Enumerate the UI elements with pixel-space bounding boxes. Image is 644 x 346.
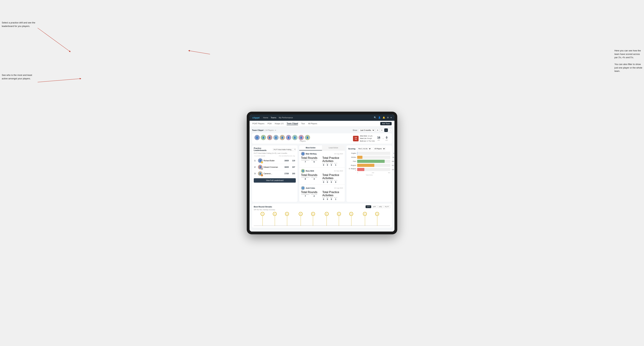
streak-pin-line (339, 216, 339, 226)
subnav-all-players[interactable]: All Players (308, 123, 317, 125)
activity-tabs: Most Active Least Active (299, 145, 345, 151)
scoring-filter-dropdown[interactable]: Par 3, 4 & 5s (357, 147, 371, 150)
nav-teams[interactable]: Teams (271, 117, 276, 119)
pa-app-1: 0 (326, 164, 329, 166)
grid-large-icon[interactable]: ⊞ (376, 128, 380, 132)
bar-label: Bogeys (348, 165, 356, 166)
scoring-card: Scoring Par 3, 4 & 5s All Players Eagles… (346, 145, 392, 202)
players-col: 👤 👤 👤 👤 👤 👤 👤 👤 👤 Players (254, 135, 351, 142)
pa-ott-3: 0 (322, 198, 325, 200)
streaks-filter-arg[interactable]: ARG (378, 205, 384, 208)
streak-pin-line (351, 216, 352, 226)
search-icon[interactable]: 🔍 (374, 116, 376, 119)
subnav-team-clippd[interactable]: Team Clippd (287, 122, 298, 125)
streak-pin-circle: 4x (325, 212, 329, 216)
user-icon[interactable]: ▾ (390, 116, 392, 119)
people-icon[interactable]: 👤 (378, 116, 381, 119)
pa-arg-1: 0 (330, 164, 333, 166)
streak-pin-line (287, 216, 287, 226)
tab-least-active[interactable]: Least Active (322, 145, 345, 151)
bar-fill (357, 156, 362, 159)
players-label: Players (254, 140, 351, 142)
streak-pin-circle: 5x (311, 212, 315, 216)
show-dropdown[interactable]: Last 3 months (358, 129, 375, 132)
streak-pin: 4x (349, 212, 353, 226)
pa-name-2: Rees Britt (306, 170, 314, 172)
streak-pin-circle: 4x (349, 212, 353, 216)
add-team-button[interactable]: Add Team (380, 122, 392, 125)
streak-pin-line (262, 216, 263, 226)
pa-ott-1: 0 (322, 164, 325, 166)
scoring-header: Scoring Par 3, 4 & 5s All Players (348, 147, 390, 150)
bell-icon[interactable]: 🔔 (382, 116, 385, 119)
player-avatar-7[interactable]: 👤 (292, 135, 298, 140)
drill-selector[interactable]: PUTT Must Make Putting... (273, 148, 296, 151)
pa-name-1: Blair McHarg (306, 153, 316, 155)
pa-app-3: 0 (326, 198, 329, 200)
pa-practice-1: 6 (311, 161, 317, 163)
list-icon[interactable]: ≡ (384, 128, 388, 132)
pa-total-practice-label: Total Practice Activities (322, 156, 339, 163)
player-avatar-4[interactable]: 👤 (273, 135, 278, 140)
sort-icon[interactable]: ↕ (388, 128, 392, 132)
three-col-grid: Practice Leaderboards PUTT Must Make Put… (252, 145, 392, 202)
lb-avatar-1: 👤 1 (258, 158, 262, 163)
streak-pin: 6x (273, 212, 277, 226)
shot-col: 198 SQ Shot Dist: 16 yds Start Lie: Roug… (351, 135, 390, 142)
nav-my-performance[interactable]: My Performance (279, 117, 293, 119)
nav-home[interactable]: Home (263, 117, 268, 119)
bar-value: 96 (392, 157, 394, 158)
bar-value: 499 (392, 161, 394, 162)
settings-icon[interactable]: ⚙ (387, 116, 389, 119)
show-filter: Show: Last 3 months ⊞ ⊟ ≡ ↕ (352, 128, 392, 132)
streaks-filter-putt[interactable]: PUTT (384, 205, 390, 208)
bar-row: D. Bogeys + 131 (348, 168, 390, 171)
streaks-filter-ott[interactable]: OTT (366, 205, 371, 208)
lb-score-1: 19/20 (284, 160, 289, 162)
player-avatar-1[interactable]: 👤 (254, 135, 260, 140)
pa-putt-3: 1 (334, 198, 337, 200)
streak-pin-circle: 5x (299, 212, 302, 216)
subnav-pgat[interactable]: PGAT Players (252, 123, 264, 125)
pa-avatar-2: 👤 (301, 169, 305, 173)
chart-axis: 0 200 400 (348, 172, 390, 173)
player-avatar-5[interactable]: 👤 (280, 135, 285, 140)
lb-score-3: 17/20 (284, 173, 289, 174)
player-avatar-6[interactable]: 👤 (286, 135, 291, 140)
team-count: | 14 Players (264, 129, 274, 131)
grid-small-icon[interactable]: ⊟ (380, 128, 384, 132)
annotation-top-right: Here you can see how the team have score… (614, 49, 642, 73)
player-avatar-3[interactable]: 👤 (267, 135, 272, 140)
pa-avatar-1: 👤 (301, 152, 305, 156)
lb-avg-1: 110 (290, 160, 295, 162)
scoring-player-filter[interactable]: All Players (373, 147, 386, 150)
pa-arg-2: 0 (330, 181, 333, 183)
player-avatar-9[interactable]: 👤 (305, 135, 310, 140)
streaks-filter-app[interactable]: APP (372, 205, 377, 208)
pa-tournament-3: 7 (301, 195, 310, 197)
lb-avg-3: 103 (290, 173, 295, 174)
bar-label: Pars (348, 161, 356, 162)
shot-badge: 198 SQ (353, 136, 358, 141)
navbar: clippd Home Teams My Performance 🔍 👤 🔔 ⚙… (250, 114, 394, 121)
subnav-pga[interactable]: PGA (268, 123, 272, 125)
bar-chart: Eagles 3 Birdies 96 Pars 499 Bogeys 311 (348, 152, 390, 171)
player-avatar-8[interactable]: 👤 (298, 135, 304, 140)
subnav-hcaps[interactable]: Hcaps 1-5 (275, 123, 284, 125)
player-avatar-2[interactable]: 👤 (261, 135, 266, 140)
list-item: 👤 Blair McHarg 26 Aug 2023 Total Rounds … (299, 151, 345, 168)
streak-pin: 7x (260, 212, 264, 226)
yardage-to: 0 yds (386, 136, 388, 141)
svg-line-1 (38, 79, 80, 82)
bar-track: 311 (357, 164, 390, 167)
streaks-title: Best Round Streaks (254, 206, 272, 208)
edit-icon[interactable]: ✏ (275, 129, 276, 131)
bar-row: Pars 499 (348, 160, 390, 163)
pa-total-rounds-label: Total Rounds (301, 156, 317, 159)
subnav-tour[interactable]: Tour (301, 123, 305, 125)
streak-pin: 6x (285, 212, 289, 226)
lb-score-2: 18/20 (284, 166, 289, 168)
view-full-leaderboard-button[interactable]: View Full Leaderboard (254, 178, 296, 183)
subnav: PGAT Players PGA Hcaps 1-5 Team Clippd T… (250, 121, 394, 127)
tab-most-active[interactable]: Most Active (299, 145, 322, 151)
